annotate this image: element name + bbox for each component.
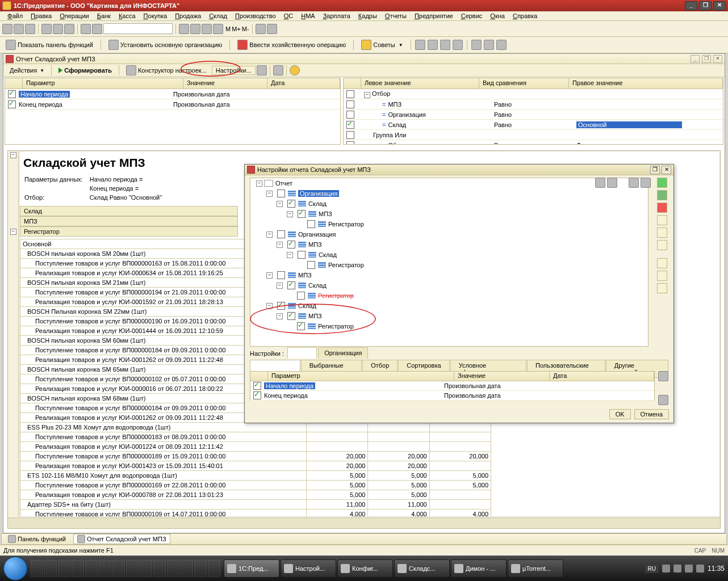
subtab[interactable]: Организация [318,347,368,359]
menu-окна[interactable]: Окна [486,11,509,20]
ql11-icon[interactable] [167,560,179,577]
checkbox[interactable] [297,322,305,330]
subtab[interactable]: Отчет [287,347,317,359]
adjust-icon[interactable] [657,215,667,225]
tray2-icon[interactable] [673,565,681,572]
menu-зарплата[interactable]: Зарплата [319,11,354,20]
ql4-icon[interactable] [72,560,84,577]
wizard-button[interactable]: Конструктор настроек... [122,64,211,77]
checkbox[interactable] [287,200,295,208]
volume-icon[interactable] [696,565,704,572]
checkbox[interactable] [346,111,354,119]
app-tab[interactable]: Панель функций [4,534,70,544]
menu-предприятие[interactable]: Предприятие [411,11,457,20]
menu-операции[interactable]: Операции [56,11,93,20]
checkbox[interactable] [277,190,285,197]
checkbox[interactable] [297,292,305,300]
checkbox[interactable] [287,241,295,249]
pg-col-d[interactable]: Дата [550,372,654,381]
lang-indicator[interactable]: RU [645,565,659,573]
menu-правка[interactable]: Правка [27,11,56,20]
settings-button[interactable]: Настройки... [212,66,256,75]
set-org-button[interactable]: Установить основную организацию [105,39,226,51]
ql1-icon[interactable] [31,560,43,577]
checkbox[interactable] [346,90,354,98]
filter-row[interactable]: =МПЗРавно [344,99,723,110]
tree-tool1-icon[interactable] [595,178,605,188]
dlg-max-button[interactable]: ❐ [650,166,660,174]
misc3-icon[interactable] [440,40,450,50]
checkbox[interactable] [346,121,354,129]
ql5-icon[interactable] [85,560,98,577]
open-icon[interactable] [14,24,24,34]
menu-продажа[interactable]: Продажа [171,11,205,20]
filter-row[interactable]: =ОрганизацияРавно [344,110,723,120]
menu-банк[interactable]: Банк [93,11,115,20]
checkbox[interactable] [253,382,261,390]
doc-min-button[interactable]: _ [691,55,700,63]
checkbox[interactable] [287,312,295,320]
tree-node[interactable]: Регистратор [250,260,648,270]
tree-tool2-icon[interactable] [607,178,617,188]
print-icon[interactable] [81,24,91,34]
ql10-icon[interactable] [153,560,166,577]
checkbox[interactable] [287,281,295,289]
misc1-icon[interactable] [415,40,425,50]
menu-склад[interactable]: Склад [205,11,231,20]
checkbox[interactable] [298,210,306,218]
ql14-icon[interactable] [208,560,220,577]
close-button[interactable]: ✕ [713,1,726,10]
tree-node[interactable]: −Отчет [250,178,648,188]
misc7-icon[interactable] [496,40,507,50]
checkbox[interactable] [298,251,306,259]
ql2-icon[interactable] [44,560,57,577]
redo-icon[interactable] [190,24,200,34]
doc-max-button[interactable]: ❐ [702,55,711,63]
pg-col-v[interactable]: Значение [454,372,550,381]
mem-mminus[interactable]: M- [242,26,249,32]
up-icon[interactable] [657,228,667,238]
ql6-icon[interactable] [99,560,111,577]
taskbar-task[interactable]: Настрой... [281,559,336,578]
add-icon[interactable] [657,178,667,188]
sidetool3-icon[interactable] [657,283,667,293]
actions-button[interactable]: Действия▼ [6,66,48,75]
checkbox[interactable] [253,391,261,399]
menu-нма[interactable]: НМА [297,11,319,20]
structure-tree[interactable]: −Отчет−Организация−Склад−МПЗРегистратор−… [250,178,648,347]
tray3-icon[interactable] [685,565,693,572]
delete-icon[interactable] [657,203,667,213]
filter-row[interactable]: =ОборудованиеРавноДа [344,140,723,144]
tips-button[interactable]: Советы▼ [358,39,406,51]
taskbar-task[interactable]: Димон - ... [451,559,507,578]
maximize-button[interactable]: ❐ [699,1,712,10]
app-tab[interactable]: Отчет Складской учет МПЗ [73,534,170,544]
tree-node[interactable]: −Организация [250,188,648,199]
cancel-button[interactable]: Отмена [634,409,669,419]
checkbox[interactable] [277,271,285,279]
tree-node[interactable]: −Склад [250,199,648,209]
tree-node[interactable]: Регистратор [250,321,648,331]
ql3-icon[interactable] [58,560,70,577]
ok-button[interactable]: OK [609,409,631,419]
menu-сервис[interactable]: Сервис [457,11,487,20]
calc-icon[interactable] [202,24,212,34]
filter-row[interactable]: =СкладРавноОсновной [344,120,723,130]
report-scrollbar[interactable] [8,517,720,528]
help2-icon[interactable] [290,65,300,75]
tree-node[interactable]: −МПЗ [250,239,648,250]
tree-node[interactable]: −Организация [250,229,648,239]
tool-icon[interactable] [257,65,267,75]
menu-файл[interactable]: Файл [3,11,27,20]
taskbar-task[interactable]: Складс... [394,559,450,578]
save-icon[interactable] [25,24,35,34]
info-icon[interactable] [267,24,277,34]
misc6-icon[interactable] [484,40,494,50]
doc-close-button[interactable]: ✕ [713,55,722,63]
param-row[interactable]: Конец периодаПроизвольная дата [5,99,340,110]
chart-icon[interactable] [273,65,283,75]
ql9-icon[interactable] [140,560,152,577]
calendar-icon[interactable] [213,24,223,34]
cut-icon[interactable] [41,24,52,34]
report-outline[interactable]: − − [8,151,19,517]
